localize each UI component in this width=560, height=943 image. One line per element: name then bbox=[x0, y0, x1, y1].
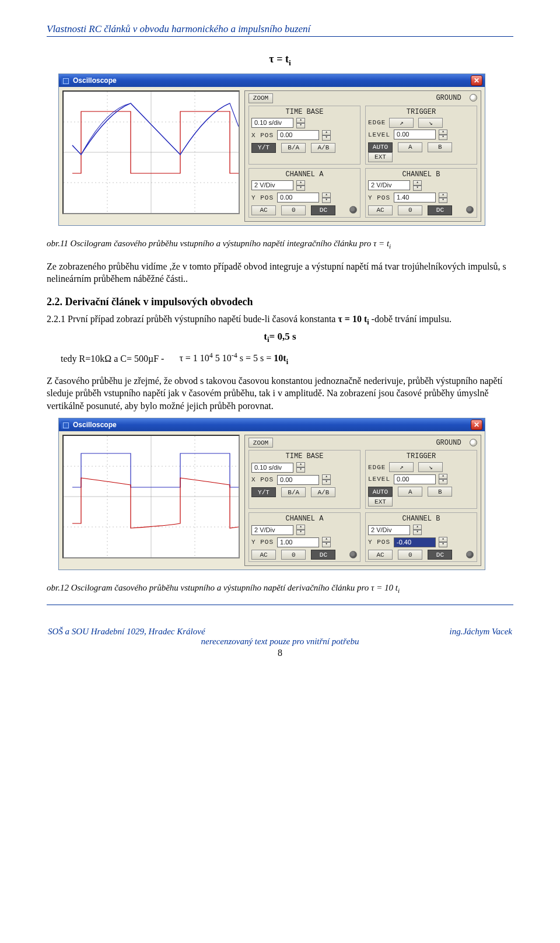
oscilloscope-icon bbox=[61, 421, 69, 429]
chb-0-button[interactable]: 0 bbox=[398, 550, 422, 560]
edge-rise-button[interactable]: ↗ bbox=[389, 118, 414, 128]
xpos-spinner[interactable]: ▴▾ bbox=[322, 130, 331, 141]
chb-title: CHANNEL B bbox=[368, 170, 474, 179]
osc1-title: Oscilloscope bbox=[73, 76, 117, 85]
ground-label: GROUND bbox=[436, 439, 461, 447]
cha-ac-button[interactable]: AC bbox=[251, 550, 276, 560]
cha-ypos-label: Y POS bbox=[251, 194, 274, 201]
xpos-spinner[interactable]: ▴▾ bbox=[322, 474, 331, 485]
subsection-2-2-1: 2.2.1 První případ zobrazí průběh výstup… bbox=[47, 313, 513, 327]
cha-indicator bbox=[349, 206, 357, 214]
chb-vdiv[interactable]: 2 V/Div bbox=[368, 180, 410, 190]
chb-ypos-value[interactable]: 1.40 bbox=[394, 193, 436, 202]
cha-ypos-value[interactable]: 0.00 bbox=[277, 193, 319, 202]
osc2-titlebar: Oscilloscope ✕ bbox=[59, 418, 485, 431]
osc2-screen[interactable] bbox=[62, 435, 240, 558]
trig-ext-button[interactable]: EXT bbox=[368, 497, 393, 507]
edge-fall-button[interactable]: ↘ bbox=[418, 118, 443, 128]
chb-indicator bbox=[466, 551, 474, 558]
level-value[interactable]: 0.00 bbox=[394, 130, 436, 139]
close-button[interactable]: ✕ bbox=[471, 420, 482, 430]
osc1-screen[interactable] bbox=[62, 90, 240, 214]
chb-ac-button[interactable]: AC bbox=[368, 205, 393, 215]
chb-ypos-spinner[interactable]: ▴▾ bbox=[439, 193, 447, 203]
cha-dc-button[interactable]: DC bbox=[311, 550, 335, 560]
yt-button[interactable]: Y/T bbox=[251, 487, 276, 497]
cha-ypos-value[interactable]: 1.00 bbox=[277, 537, 319, 547]
timebase-spinner[interactable]: ▴▾ bbox=[296, 462, 305, 473]
chb-dc-button[interactable]: DC bbox=[428, 550, 452, 560]
chb-ypos-label: Y POS bbox=[368, 194, 390, 201]
equation-tau-t-i: τ = ti bbox=[47, 53, 513, 68]
trig-a-button[interactable]: A bbox=[398, 142, 422, 152]
cha-ac-button[interactable]: AC bbox=[251, 205, 276, 215]
oscilloscope-window-2: Oscilloscope ✕ bbox=[58, 418, 485, 570]
timebase-value[interactable]: 0.10 s/div bbox=[251, 118, 293, 128]
cha-dc-button[interactable]: DC bbox=[311, 205, 335, 215]
t-i-formula: ti= 0,5 s bbox=[47, 331, 513, 344]
cha-indicator bbox=[349, 551, 357, 558]
page-footer: SOŠ a SOU Hradební 1029, Hradec Králové … bbox=[47, 605, 513, 658]
oscilloscope-window-1: Oscilloscope ✕ bbox=[58, 74, 485, 226]
ab-button[interactable]: A/B bbox=[311, 487, 335, 497]
cha-0-button[interactable]: 0 bbox=[281, 205, 306, 215]
level-spinner[interactable]: ▴▾ bbox=[439, 474, 447, 484]
zoom-button[interactable]: ZOOM bbox=[249, 438, 273, 448]
figure-caption-11: obr.11 Oscilogram časového průběhu vstup… bbox=[47, 239, 513, 250]
chb-ypos-label: Y POS bbox=[368, 539, 390, 546]
trig-a-button[interactable]: A bbox=[398, 487, 422, 497]
level-value[interactable]: 0.00 bbox=[394, 474, 436, 484]
cha-vdiv[interactable]: 2 V/Div bbox=[251, 180, 293, 190]
close-button[interactable]: ✕ bbox=[471, 75, 482, 86]
close-icon: ✕ bbox=[474, 77, 480, 84]
page-number: 8 bbox=[47, 648, 513, 658]
oscilloscope-icon bbox=[61, 76, 69, 85]
chb-vdiv-spinner[interactable]: ▴▾ bbox=[413, 180, 422, 191]
cha-0-button[interactable]: 0 bbox=[281, 550, 306, 560]
osc1-titlebar: Oscilloscope ✕ bbox=[59, 74, 485, 87]
edge-fall-button[interactable]: ↘ bbox=[418, 462, 443, 472]
paragraph-2: Z časového průběhu je zřejmé, že obvod s… bbox=[47, 375, 513, 413]
trig-b-button[interactable]: B bbox=[428, 142, 452, 152]
xpos-value[interactable]: 0.00 bbox=[277, 475, 319, 485]
chb-ypos-value[interactable]: -0.40 bbox=[394, 537, 436, 547]
footer-left: SOŠ a SOU Hradební 1029, Hradec Králové bbox=[48, 627, 205, 637]
chb-vdiv[interactable]: 2 V/Div bbox=[368, 525, 410, 535]
trig-ext-button[interactable]: EXT bbox=[368, 152, 393, 162]
trigger-title: TRIGGER bbox=[368, 452, 474, 460]
level-spinner[interactable]: ▴▾ bbox=[439, 130, 447, 140]
cha-ypos-spinner[interactable]: ▴▾ bbox=[322, 193, 331, 203]
ground-radio[interactable] bbox=[470, 439, 477, 446]
cha-ypos-label: Y POS bbox=[251, 539, 274, 546]
auto-button[interactable]: AUTO bbox=[368, 142, 393, 152]
chb-ac-button[interactable]: AC bbox=[368, 550, 393, 560]
ground-radio[interactable] bbox=[470, 94, 477, 102]
close-icon: ✕ bbox=[474, 421, 480, 428]
zoom-button[interactable]: ZOOM bbox=[249, 93, 273, 103]
cha-vdiv-spinner[interactable]: ▴▾ bbox=[296, 525, 305, 535]
trig-b-button[interactable]: B bbox=[428, 487, 452, 497]
ba-button[interactable]: B/A bbox=[281, 143, 306, 153]
cha-title: CHANNEL A bbox=[251, 170, 358, 179]
xpos-value[interactable]: 0.00 bbox=[277, 130, 319, 140]
timebase-value[interactable]: 0.10 s/div bbox=[251, 463, 293, 473]
footer-center: nerecenzovaný text pouze pro vnitřní pot… bbox=[47, 637, 513, 647]
cha-ypos-spinner[interactable]: ▴▾ bbox=[322, 537, 331, 547]
cha-vdiv-spinner[interactable]: ▴▾ bbox=[296, 180, 305, 191]
ground-label: GROUND bbox=[436, 94, 461, 102]
level-label: LEVEL bbox=[368, 476, 390, 483]
timebase-spinner[interactable]: ▴▾ bbox=[296, 118, 305, 128]
ab-button[interactable]: A/B bbox=[311, 143, 335, 153]
chb-0-button[interactable]: 0 bbox=[398, 205, 422, 215]
auto-button[interactable]: AUTO bbox=[368, 487, 393, 497]
chb-dc-button[interactable]: DC bbox=[428, 205, 452, 215]
cha-vdiv[interactable]: 2 V/Div bbox=[251, 525, 293, 535]
chb-ypos-spinner[interactable]: ▴▾ bbox=[439, 537, 447, 547]
chb-title: CHANNEL B bbox=[368, 515, 474, 523]
yt-button[interactable]: Y/T bbox=[251, 143, 276, 153]
ba-button[interactable]: B/A bbox=[281, 487, 306, 497]
chb-vdiv-spinner[interactable]: ▴▾ bbox=[413, 525, 422, 535]
timebase-title: TIME BASE bbox=[251, 108, 358, 116]
edge-rise-button[interactable]: ↗ bbox=[389, 462, 414, 472]
paragraph-1: Ze zobrazeného průběhu vidíme ,že v tomt… bbox=[47, 260, 513, 285]
